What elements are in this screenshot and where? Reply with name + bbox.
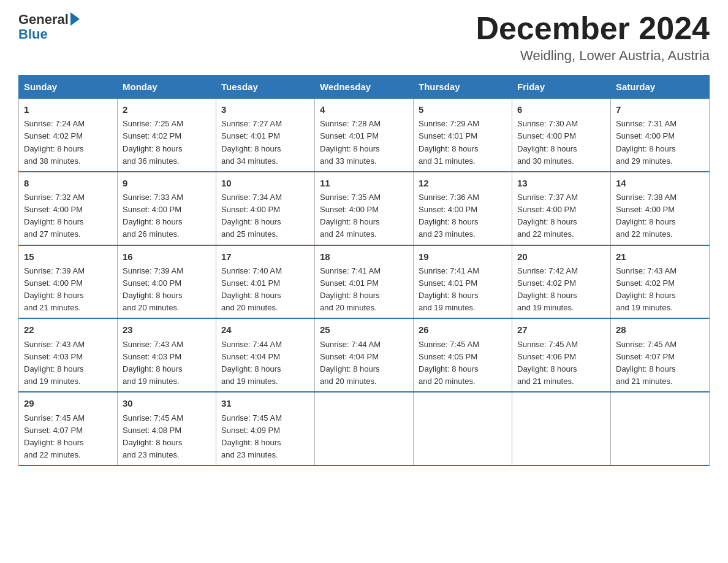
sunset-value: Sunset: 4:02 PM (24, 131, 83, 140)
sunset-value: Sunset: 4:04 PM (221, 352, 280, 361)
sunrise-value: Sunrise: 7:40 AM (221, 266, 282, 275)
calendar-table: Sunday Monday Tuesday Wednesday Thursday… (18, 75, 710, 466)
day-number: 25 (320, 323, 408, 337)
day-number: 24 (221, 323, 309, 337)
table-row: 29 Sunrise: 7:45 AM Sunset: 4:07 PM Dayl… (19, 392, 118, 465)
day-number: 20 (517, 250, 605, 264)
sunrise-value: Sunrise: 7:45 AM (616, 340, 677, 349)
page-header: General Blue December 2024 Weidling, Low… (18, 12, 710, 64)
daylight-value: Daylight: 8 hours (123, 438, 183, 447)
table-row: 27 Sunrise: 7:45 AM Sunset: 4:06 PM Dayl… (512, 318, 611, 392)
daylight-minutes-value: and 33 minutes. (320, 156, 377, 166)
daylight-value: Daylight: 8 hours (221, 144, 281, 153)
daylight-minutes-value: and 19 minutes. (24, 377, 81, 386)
sunset-value: Sunset: 4:08 PM (123, 426, 181, 435)
sunrise-value: Sunrise: 7:45 AM (221, 413, 282, 423)
daylight-minutes-value: and 23 minutes. (221, 450, 278, 459)
sunrise-value: Sunrise: 7:45 AM (517, 340, 578, 349)
day-number: 7 (616, 102, 704, 117)
sunset-value: Sunset: 4:00 PM (320, 205, 379, 214)
table-row: 15 Sunrise: 7:39 AM Sunset: 4:00 PM Dayl… (19, 245, 118, 319)
day-number: 26 (419, 323, 507, 337)
sunset-value: Sunset: 4:01 PM (320, 278, 379, 288)
sunrise-value: Sunrise: 7:45 AM (419, 340, 479, 349)
sunrise-value: Sunrise: 7:33 AM (123, 193, 183, 202)
daylight-value: Daylight: 8 hours (616, 144, 676, 153)
daylight-value: Daylight: 8 hours (24, 144, 84, 153)
col-wednesday: Wednesday (315, 75, 414, 99)
sunrise-value: Sunrise: 7:34 AM (221, 193, 282, 202)
sunrise-value: Sunrise: 7:27 AM (221, 119, 282, 128)
sunrise-value: Sunrise: 7:25 AM (123, 119, 183, 128)
daylight-minutes-value: and 31 minutes. (419, 156, 476, 166)
daylight-minutes-value: and 20 minutes. (320, 303, 377, 312)
sunset-value: Sunset: 4:00 PM (24, 205, 83, 214)
sunset-value: Sunset: 4:00 PM (221, 205, 280, 214)
day-number: 19 (419, 250, 507, 264)
daylight-minutes-value: and 19 minutes. (517, 303, 574, 312)
daylight-value: Daylight: 8 hours (24, 438, 84, 447)
daylight-value: Daylight: 8 hours (320, 144, 380, 153)
daylight-minutes-value: and 19 minutes. (221, 377, 278, 386)
sunset-value: Sunset: 4:00 PM (517, 205, 576, 214)
daylight-value: Daylight: 8 hours (517, 291, 577, 300)
table-row: 6 Sunrise: 7:30 AM Sunset: 4:00 PM Dayli… (512, 99, 611, 172)
sunrise-value: Sunrise: 7:45 AM (24, 413, 85, 423)
col-saturday: Saturday (611, 75, 710, 99)
col-tuesday: Tuesday (216, 75, 315, 99)
table-row (414, 392, 512, 465)
sunrise-value: Sunrise: 7:41 AM (320, 266, 381, 275)
sunrise-value: Sunrise: 7:28 AM (320, 119, 381, 128)
day-number: 16 (123, 250, 211, 264)
day-number: 22 (24, 323, 112, 337)
sunset-value: Sunset: 4:00 PM (24, 278, 83, 288)
daylight-value: Daylight: 8 hours (123, 144, 183, 153)
daylight-value: Daylight: 8 hours (221, 438, 281, 447)
col-monday: Monday (118, 75, 216, 99)
day-number: 6 (517, 102, 605, 117)
day-number: 1 (24, 102, 112, 117)
sunset-value: Sunset: 4:00 PM (517, 131, 576, 140)
sunset-value: Sunset: 4:05 PM (419, 352, 477, 361)
sunset-value: Sunset: 4:02 PM (616, 278, 675, 288)
daylight-minutes-value: and 21 minutes. (616, 377, 673, 386)
daylight-minutes-value: and 29 minutes. (616, 156, 673, 166)
table-row: 22 Sunrise: 7:43 AM Sunset: 4:03 PM Dayl… (19, 318, 118, 392)
sunset-value: Sunset: 4:03 PM (123, 352, 181, 361)
table-row: 24 Sunrise: 7:44 AM Sunset: 4:04 PM Dayl… (216, 318, 315, 392)
sunset-value: Sunset: 4:01 PM (221, 278, 280, 288)
table-row: 16 Sunrise: 7:39 AM Sunset: 4:00 PM Dayl… (118, 245, 216, 319)
daylight-value: Daylight: 8 hours (419, 144, 479, 153)
table-row: 3 Sunrise: 7:27 AM Sunset: 4:01 PM Dayli… (216, 99, 315, 172)
table-row: 19 Sunrise: 7:41 AM Sunset: 4:01 PM Dayl… (414, 245, 512, 319)
logo: General Blue (18, 12, 80, 42)
sunset-value: Sunset: 4:07 PM (616, 352, 675, 361)
table-row: 31 Sunrise: 7:45 AM Sunset: 4:09 PM Dayl… (216, 392, 315, 465)
table-row (512, 392, 611, 465)
day-number: 17 (221, 250, 309, 264)
table-row: 4 Sunrise: 7:28 AM Sunset: 4:01 PM Dayli… (315, 99, 414, 172)
sunrise-value: Sunrise: 7:32 AM (24, 193, 85, 202)
col-friday: Friday (512, 75, 611, 99)
table-row: 23 Sunrise: 7:43 AM Sunset: 4:03 PM Dayl… (118, 318, 216, 392)
daylight-value: Daylight: 8 hours (419, 217, 479, 226)
daylight-value: Daylight: 8 hours (123, 364, 183, 373)
daylight-minutes-value: and 22 minutes. (24, 450, 81, 459)
table-row: 1 Sunrise: 7:24 AM Sunset: 4:02 PM Dayli… (19, 99, 118, 172)
day-number: 23 (123, 323, 211, 337)
sunset-value: Sunset: 4:02 PM (123, 131, 181, 140)
day-number: 13 (517, 176, 605, 190)
daylight-minutes-value: and 19 minutes. (419, 303, 476, 312)
daylight-value: Daylight: 8 hours (419, 364, 479, 373)
table-row: 13 Sunrise: 7:37 AM Sunset: 4:00 PM Dayl… (512, 172, 611, 245)
day-number: 27 (517, 323, 605, 337)
daylight-value: Daylight: 8 hours (221, 291, 281, 300)
day-number: 2 (123, 102, 211, 117)
sunset-value: Sunset: 4:01 PM (419, 131, 477, 140)
sunset-value: Sunset: 4:09 PM (221, 426, 280, 435)
daylight-value: Daylight: 8 hours (517, 364, 577, 373)
sunset-value: Sunset: 4:04 PM (320, 352, 379, 361)
daylight-minutes-value: and 27 minutes. (24, 229, 81, 239)
daylight-minutes-value: and 20 minutes. (320, 377, 377, 386)
table-row: 12 Sunrise: 7:36 AM Sunset: 4:00 PM Dayl… (414, 172, 512, 245)
